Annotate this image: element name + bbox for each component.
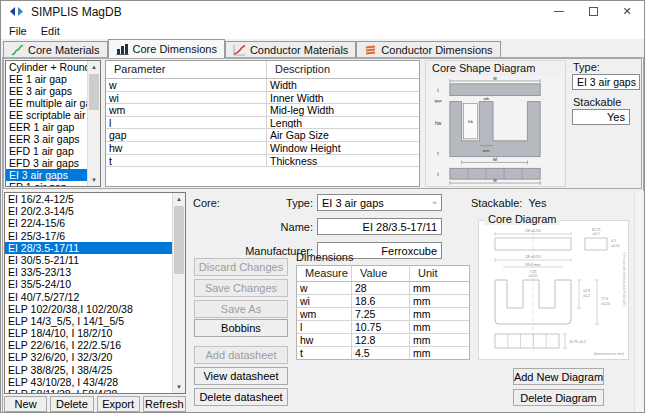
scroll-up-icon[interactable]: ▲ <box>173 193 185 205</box>
list-item[interactable]: Cylinder + Round Block <box>6 61 87 73</box>
table-row[interactable]: l10.75mm <box>297 321 469 334</box>
list-item[interactable]: EI 33/5-23/13 <box>5 266 172 278</box>
list-item[interactable]: EE multiple air gaps <box>6 97 87 109</box>
list-item[interactable]: ELP 14/3_5/5, I 14/1_5/5 <box>5 315 172 327</box>
table-row[interactable]: wmMid-leg Width <box>106 104 419 117</box>
list-item-selected[interactable]: EI 28/3.5-17/11 <box>5 242 172 254</box>
table-row[interactable]: wm7.25mm <box>297 308 469 321</box>
table-row[interactable]: lLength <box>106 117 419 130</box>
table-row[interactable]: tThickness <box>106 155 419 168</box>
group-title: Core Shape Diagram <box>432 62 535 74</box>
delete-button[interactable]: Delete <box>50 396 93 412</box>
table-row[interactable]: t4.5mm <box>297 347 469 360</box>
name-field[interactable]: EI 28/3.5-17/11 <box>317 218 442 235</box>
list-item[interactable]: EE 3 air gaps <box>6 85 87 97</box>
list-item[interactable]: ELP 38/8/25, I 38/4/25 <box>5 364 172 376</box>
close-button[interactable]: ✕ <box>610 1 644 22</box>
name-field-label: Name: <box>233 221 313 233</box>
list-item[interactable]: EE 1 air gap <box>6 73 87 85</box>
refresh-button[interactable]: Refresh <box>143 396 186 412</box>
type-value-box[interactable]: EI 3 air gaps <box>572 74 640 90</box>
delete-datasheet-button[interactable]: Delete datasheet <box>194 388 288 406</box>
tab-conductor-dimensions[interactable]: Conductor Dimensions <box>356 41 500 58</box>
window-title: SIMPLIS MagDB <box>31 5 122 19</box>
list-item[interactable]: ELP 32/6/20, I 32/3/20 <box>5 351 172 363</box>
list-item[interactable]: EER 1 air gap <box>6 121 87 133</box>
list-item[interactable]: ELP 43/10/28, I 43/4/28 <box>5 376 172 388</box>
cores-list[interactable]: EI 16/2.4-12/5 EI 20/2.3-14/5 EI 22/4-15… <box>4 192 186 394</box>
bh-curve-icon <box>11 44 24 56</box>
add-new-diagram-button[interactable]: Add New Diagram <box>513 368 604 385</box>
scroll-down-icon[interactable]: ▼ <box>173 381 185 393</box>
svg-text:4.5: 4.5 <box>611 239 616 243</box>
type-combobox[interactable]: EI 3 air gaps ⌄ <box>317 194 442 211</box>
scroll-down-icon[interactable]: ▼ <box>88 174 100 186</box>
list-item[interactable]: EI 25/3-17/6 <box>5 230 172 242</box>
windings-icon <box>364 44 377 56</box>
list-item[interactable]: ELP 22/6/16, I 22/2.5/16 <box>5 339 172 351</box>
menu-edit[interactable]: Edit <box>41 25 60 37</box>
add-datasheet-button: Add datasheet <box>194 346 288 364</box>
minimize-button[interactable] <box>542 1 576 22</box>
list-item[interactable]: EFD 1 air gap <box>6 145 87 157</box>
list-item[interactable]: EER 3 air gaps <box>6 133 87 145</box>
tab-core-dimensions[interactable]: Core Dimensions <box>108 39 225 58</box>
delete-diagram-button[interactable]: Delete Diagram <box>513 389 604 406</box>
app-window: SIMPLIS MagDB ✕ File Edit Core Materials <box>0 0 645 413</box>
scrollbar-thumb[interactable] <box>174 206 184 274</box>
tab-conductor-materials[interactable]: Conductor Materials <box>225 41 356 58</box>
table-row[interactable]: hw12.8mm <box>297 334 469 347</box>
svg-text:w: w <box>493 76 497 81</box>
scrollbar[interactable]: ▲ ▼ <box>87 61 100 186</box>
svg-text:±0.15: ±0.15 <box>611 244 620 248</box>
menubar: File Edit <box>1 22 644 39</box>
column-header: Measure <box>297 266 352 281</box>
view-datasheet-button[interactable]: View datasheet <box>194 367 288 385</box>
list-item[interactable]: ELP 102/20/38,I 102/20/38 <box>5 303 172 315</box>
stackable-status: Stackable: Yes <box>471 197 546 209</box>
table-row[interactable]: hwWindow Height <box>106 142 419 155</box>
svg-text:wi: wi <box>493 157 498 162</box>
list-item[interactable]: ELP 58/11/38, I 58/4/38 <box>5 388 172 393</box>
tab-core-materials[interactable]: Core Materials <box>3 41 108 58</box>
core-diagram-group: 28 ±0.55 10.75 ±0.2 4.5 ±0.15 28 ±0.55 1… <box>478 220 629 360</box>
tab-bar: Core Materials Core Dimensions Conductor… <box>1 39 644 58</box>
new-button[interactable]: New <box>4 396 47 412</box>
bobbins-button[interactable]: Bobbins <box>194 319 288 337</box>
export-button[interactable]: Export <box>97 396 140 412</box>
list-item[interactable]: EI 35/5-24/10 <box>5 278 172 290</box>
list-item[interactable]: EI 30/5.5-21/11 <box>5 254 172 266</box>
stackable-value-box[interactable]: Yes <box>572 109 630 125</box>
scrollbar-thumb[interactable] <box>89 74 99 110</box>
list-item[interactable]: EI 40/7.5/27/12 <box>5 291 172 303</box>
list-item[interactable]: ELP 18/4/10, I 18/2/10 <box>5 327 172 339</box>
svg-text:wm: wm <box>483 148 490 153</box>
scrollbar[interactable]: ▲ ▼ <box>172 193 185 393</box>
svg-text:hw: hw <box>435 121 442 126</box>
titlebar: SIMPLIS MagDB ✕ <box>1 1 644 22</box>
list-item[interactable]: EI 20/2.3-14/5 <box>5 205 172 217</box>
table-row[interactable]: wiInner Width <box>106 92 419 105</box>
list-item[interactable]: EP 1 air gap <box>6 181 87 186</box>
save-changes-button: Save Changes <box>194 279 288 297</box>
menu-file[interactable]: File <box>9 25 27 37</box>
tab-label: Conductor Dimensions <box>381 44 492 56</box>
list-item[interactable]: EI 16/2.4-12/5 <box>5 193 172 205</box>
core-type-list[interactable]: Cylinder + Round Block EE 1 air gap EE 3… <box>5 60 101 187</box>
svg-text:© Ferroxcube International Hol: © Ferroxcube International Holding BV <box>622 252 626 307</box>
svg-text:±0.2: ±0.2 <box>593 232 600 236</box>
right-scrollbar-track[interactable] <box>634 191 644 413</box>
list-item[interactable]: EFD 3 air gaps <box>6 157 87 169</box>
table-row[interactable]: wi18.6mm <box>297 295 469 308</box>
tab-label: Conductor Materials <box>250 44 348 56</box>
maximize-button[interactable] <box>576 1 610 22</box>
table-row[interactable]: w28mm <box>297 282 469 295</box>
list-item[interactable]: EI 22/4-15/6 <box>5 217 172 229</box>
list-item[interactable]: EE scriptable air gaps <box>6 109 87 121</box>
column-header: Unit <box>410 266 469 281</box>
list-item-selected[interactable]: EI 3 air gaps <box>6 169 87 181</box>
table-row[interactable]: gapAir Gap Size <box>106 129 419 142</box>
table-row[interactable]: wWidth <box>106 79 419 92</box>
scroll-up-icon[interactable]: ▲ <box>88 61 100 73</box>
chevron-down-icon[interactable]: ⌄ <box>431 198 439 204</box>
